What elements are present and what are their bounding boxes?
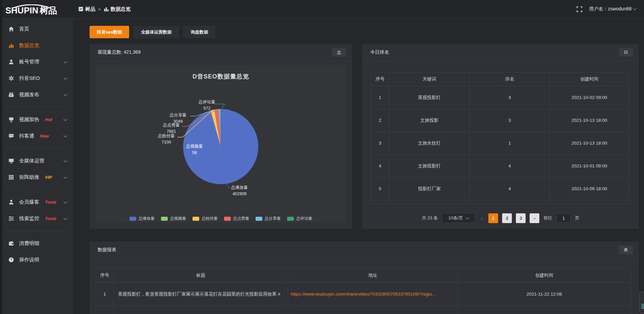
question-circle-icon: ? [8, 257, 14, 263]
legend-label: 总粉丝量 [202, 216, 218, 221]
chevron-down-icon [63, 59, 67, 63]
video-url-link[interactable]: https://www.iesdouyin.com/share/video/70… [288, 282, 458, 306]
user-icon [8, 59, 14, 65]
chevron-down-icon [63, 200, 67, 203]
table-row-clipped [371, 200, 629, 204]
billboard-icon [8, 117, 14, 122]
column-header: 标题 [114, 269, 288, 282]
breadcrumb: 树品 > 数据总览 [78, 6, 131, 12]
chevron-down-icon [63, 134, 67, 137]
next-page-button[interactable]: › [530, 213, 539, 223]
legend-item-6[interactable]: 总评论量 [287, 216, 312, 221]
table-header-row: 序号 关键词 排名 创建时间 [371, 72, 629, 86]
video-title-cell: 景观投影灯，夜游景观投影灯厂家展示展示落花灯在花园里的灯光投影应用效果 # [114, 282, 288, 306]
widget-stripe [641, 308, 644, 309]
bar-chart-icon [8, 43, 14, 48]
sidebar-item-expense-detail[interactable]: 消费明细 [0, 235, 73, 252]
legend-item-2[interactable]: 总视频量 [161, 216, 186, 221]
page-size-select[interactable]: 10条/页 [442, 213, 475, 223]
day-toggle-button[interactable]: 日 [619, 48, 633, 57]
legend-label: 总播放量 [139, 216, 155, 221]
legend-color-chip [256, 217, 262, 221]
window-edge-strip [0, 0, 2, 314]
table-toggle-button[interactable]: 表 [619, 246, 633, 254]
chevron-down-icon [63, 76, 67, 80]
legend-item-3[interactable]: 总粉丝量 [193, 216, 218, 221]
total-toggle-button[interactable]: 总 [332, 48, 346, 57]
sidebar-item-member-burst[interactable]: 会员爆客 Tools [0, 194, 73, 210]
page-button-1[interactable]: 1 [488, 213, 498, 223]
sidebar-item-matrix-boost[interactable]: 矩阵助推 VIP [0, 169, 73, 186]
column-header: 创建时间 [458, 269, 631, 282]
legend-label: 总分享量 [265, 216, 281, 221]
sidebar-item-media-ops[interactable]: 全媒体运营 [0, 153, 73, 169]
sidebar-item-home[interactable]: 首页 [0, 21, 73, 37]
pie-label-videos: 总视频量58 [178, 143, 211, 156]
sidebar-item-video-heat[interactable]: 视频加热 Hot [0, 111, 73, 128]
svg-text:?: ? [10, 258, 12, 262]
breadcrumb-root[interactable]: 树品 [78, 6, 95, 12]
impressions-panel: 展现量总数: 421,369 总 D音SEO数据量总览 总评论量572 总分 [90, 44, 352, 229]
chevron-down-icon [633, 6, 636, 10]
legend-label: 总点赞量 [233, 216, 249, 221]
app-logo[interactable]: SHUPIN树品 [0, 3, 73, 15]
tab-inquiry[interactable]: 询盘数据 [183, 26, 215, 38]
sidebar-divider [5, 107, 68, 107]
legend-label: 总评论量 [296, 216, 312, 221]
page-button-3[interactable]: 3 [516, 213, 526, 223]
home-icon [8, 26, 14, 32]
sidebar-divider [5, 148, 68, 149]
table-row: 1 景观投影灯，夜游景观投影灯厂家展示展示落花灯在花园里的灯光投影应用效果 # … [96, 282, 631, 306]
widget-stripe [641, 307, 644, 307]
wallet-icon [8, 241, 14, 246]
user-menu[interactable]: 用户名：zswodun88 [589, 6, 636, 12]
main-content: 抖音seo数据 全媒体运营数据 询盘数据 展现量总数: 421,369 总 D音… [73, 18, 644, 314]
sidebar-item-clue-monitor[interactable]: 线索监控 Tools [0, 210, 73, 227]
pie-label-comments: 总评论量572 [190, 99, 224, 112]
column-header: 关键词 [389, 72, 470, 86]
sidebar-item-doketong[interactable]: 抖客通 New [0, 128, 73, 144]
table-row-clipped [96, 306, 631, 314]
goto-page-input[interactable] [556, 213, 571, 223]
chart-legend: 总播放量总视频量总粉丝量总点赞量总分享量总评论量 [96, 216, 345, 221]
person-icon [8, 199, 14, 205]
pie-label-plays: 总播放量402909 [223, 185, 256, 197]
sidebar-item-douyin-seo[interactable]: 抖音SEO [0, 70, 73, 87]
legend-item-5[interactable]: 总分享量 [256, 216, 281, 221]
widget-stripe [641, 305, 644, 306]
table-row: 4文旅投影灯42021-10-01 09:00 [371, 155, 629, 177]
tab-media-ops[interactable]: 全媒体运营数据 [133, 26, 179, 38]
goto-label: 前往 [543, 215, 552, 221]
table-row: 5投影灯厂家42021-10-09 18:00 [371, 177, 629, 200]
fullscreen-icon[interactable] [577, 6, 582, 12]
tab-douyin-seo[interactable]: 抖音seo数据 [90, 26, 129, 38]
chevron-down-icon [466, 215, 469, 219]
report-panel: 数据报表 表 序号 标题 地址 创建时间 1 景观投影灯，夜游景观投影灯厂家展示… [90, 242, 639, 314]
sidebar-item-data-overview[interactable]: 数据总览 [0, 37, 73, 54]
bar-chart-icon [104, 7, 109, 11]
floating-side-widget[interactable] [639, 292, 644, 313]
legend-color-chip [161, 217, 168, 221]
legend-item-4[interactable]: 总点赞量 [224, 216, 249, 221]
chevron-down-icon [63, 158, 67, 162]
legend-color-chip [129, 217, 136, 221]
sidebar-item-account[interactable]: 账号管理 [0, 54, 73, 70]
data-tabs: 抖音seo数据 全媒体运营数据 询盘数据 [90, 26, 639, 38]
sidebar-item-help[interactable]: ? 操作说明 [0, 252, 73, 268]
sidebar: 首页 数据总览 账号管理 抖音SEO 视频发布 视频加热 Hot 抖客通 New… [0, 18, 73, 314]
tools-badge: Tools [45, 216, 56, 221]
breadcrumb-current[interactable]: 数据总览 [104, 6, 131, 12]
table-row: 1景观投影灯32021-10-02 09:00 [371, 86, 629, 109]
table-row: 3文旅水纹灯12021-10-13 18:00 [371, 132, 629, 155]
prev-page-button[interactable]: ‹ [479, 215, 484, 221]
user-label: 用户名：zswodun88 [589, 6, 632, 12]
logo-arc-icon [8, 4, 58, 8]
monitor-icon [8, 158, 14, 164]
column-header: 排名 [470, 72, 550, 86]
impressions-title: 展现量总数: 421,369 [98, 49, 141, 55]
pagination: 共 23 条 10条/页 ‹ 1 2 3 › 前往 页 [362, 213, 639, 223]
sidebar-item-video-publish[interactable]: 视频发布 [0, 87, 73, 103]
chevron-down-icon [63, 175, 67, 178]
legend-item-1[interactable]: 总播放量 [129, 216, 155, 221]
page-button-2[interactable]: 2 [502, 213, 512, 223]
